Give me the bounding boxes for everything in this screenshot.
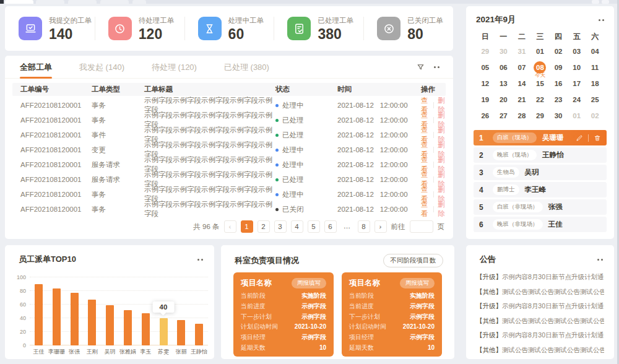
top-strip-button[interactable]: [602, 0, 609, 4]
bar[interactable]: [177, 320, 185, 345]
tab-2[interactable]: 待处理 (120): [152, 56, 197, 79]
shift-row[interactable]: 2晚班（现场）王静怡: [474, 147, 607, 163]
calendar-day[interactable]: 02: [549, 43, 568, 59]
page-button-1[interactable]: 1: [241, 220, 253, 233]
calendar-day[interactable]: 16: [549, 76, 568, 92]
trash-icon[interactable]: [594, 134, 601, 142]
next-page-button[interactable]: ›: [374, 220, 387, 233]
calendar-day[interactable]: 04: [586, 43, 604, 59]
announcement-text: 示例内容8月30日新节点升级计划通知: [502, 331, 604, 339]
announcement-item[interactable]: 【其他】测试公告测试公告测试公告测试公告测试公告: [476, 343, 604, 358]
bar[interactable]: [35, 284, 43, 345]
top-tab[interactable]: [68, 0, 97, 4]
calendar-day[interactable]: 06: [495, 59, 513, 76]
calendar-day[interactable]: 30: [549, 108, 568, 124]
project-card[interactable]: 项目名称周报填写当前阶段实施阶段当前进度示例字段下一步计划示例字段计划启动时间2…: [233, 272, 334, 357]
bar[interactable]: [71, 293, 79, 345]
calendar-day[interactable]: 17: [568, 76, 586, 92]
shift-row[interactable]: 3生物岛吴玥: [474, 165, 607, 180]
calendar-day[interactable]: 09: [549, 59, 568, 76]
calendar-day[interactable]: 25: [586, 92, 604, 108]
bar[interactable]: [124, 310, 132, 345]
edit-icon[interactable]: [576, 134, 583, 142]
bar[interactable]: [106, 305, 114, 345]
calendar-day[interactable]: 27: [495, 108, 513, 124]
calendar-day[interactable]: 30: [495, 43, 513, 59]
page-button-2[interactable]: 2: [258, 220, 270, 233]
announcement-item[interactable]: 【升级】示例内容8月30日新节点升级计划通知: [476, 299, 604, 314]
calendar-day[interactable]: 20: [495, 92, 513, 108]
page-button-6[interactable]: 6: [324, 220, 337, 233]
bar[interactable]: [160, 318, 168, 345]
calendar-day[interactable]: 07: [513, 59, 531, 76]
announcement-item[interactable]: 【其他】测试公告测试公告测试公告测试公告测试公告: [476, 285, 604, 300]
calendar-day[interactable]: 23: [549, 92, 568, 108]
calendar-day[interactable]: 26: [476, 108, 495, 124]
prev-page-button[interactable]: ‹: [224, 220, 236, 233]
top-tab[interactable]: [36, 0, 64, 4]
weekday-label: 四: [549, 30, 568, 43]
tab-3[interactable]: 已处理 (380): [224, 56, 269, 79]
project-field: 下一步计划示例字段: [241, 312, 326, 323]
calendar-day[interactable]: 28: [513, 108, 531, 124]
tab-0[interactable]: 全部工单: [20, 56, 52, 79]
more-icon[interactable]: [599, 19, 604, 21]
calendar-day[interactable]: 14: [513, 76, 531, 92]
top-tab-active[interactable]: [5, 0, 33, 4]
announcement-item[interactable]: 【升级】示例内容8月30日新节点升级计划通知: [476, 328, 604, 343]
calendar-day[interactable]: 13: [495, 76, 513, 92]
stage-count-button[interactable]: 不同阶段项目数: [383, 254, 444, 267]
project-card[interactable]: 项目名称周报填写当前阶段实施阶段当前进度示例字段下一步计划示例字段计划启动时间2…: [342, 272, 442, 357]
shift-row[interactable]: 1白班（现场）吴珊珊: [474, 130, 607, 145]
calendar-day[interactable]: 01: [568, 108, 586, 124]
page-button-4[interactable]: 4: [291, 220, 303, 233]
shift-row[interactable]: 6晚班（非现场）王佳: [474, 217, 607, 232]
announcement-item[interactable]: 【升级】示例内容8月30日新节点升级计划通知: [476, 270, 604, 285]
bar[interactable]: [53, 288, 61, 345]
order-time: 2021-08-1212:00:00: [337, 146, 421, 154]
calendar-day[interactable]: 24: [568, 92, 586, 108]
calendar-day[interactable]: 02: [586, 108, 604, 124]
page-button-3[interactable]: 3: [274, 220, 287, 233]
calendar-day[interactable]: 11: [586, 59, 604, 76]
more-icon[interactable]: [434, 66, 439, 68]
page-button-5[interactable]: 5: [308, 220, 320, 233]
calendar-day[interactable]: 12: [476, 76, 495, 92]
weekly-report-badge[interactable]: 周报填写: [400, 278, 435, 288]
more-icon[interactable]: [197, 259, 203, 261]
calendar-day[interactable]: 05: [476, 59, 495, 76]
calendar-day[interactable]: 29: [531, 108, 550, 124]
calendar-day[interactable]: 21: [513, 92, 531, 108]
goto-page-input[interactable]: [410, 220, 433, 233]
bar[interactable]: [142, 313, 150, 345]
calendar-day-today[interactable]: 08今天: [531, 59, 550, 76]
calendar-day[interactable]: 19: [476, 92, 495, 108]
delete-link[interactable]: 删除: [438, 200, 446, 219]
calendar-day[interactable]: 22: [531, 92, 550, 108]
calendar-day[interactable]: 29: [476, 43, 495, 59]
page-button-8[interactable]: 8: [358, 220, 370, 233]
filter-icon[interactable]: [417, 63, 425, 71]
top-tab[interactable]: [100, 0, 129, 4]
order-id: AFF202108120001: [20, 146, 92, 154]
top-strip-button[interactable]: [592, 0, 599, 4]
calendar-day[interactable]: 15: [531, 76, 550, 92]
calendar-day[interactable]: 10: [568, 59, 586, 76]
status-label: 已处理: [282, 131, 304, 140]
shift-row[interactable]: 4鹏博士李王峰: [474, 182, 607, 197]
stat-info: 处理中工单60: [228, 16, 264, 41]
bar[interactable]: [195, 324, 203, 345]
calendar-day[interactable]: 18: [586, 76, 604, 92]
tab-1[interactable]: 我发起 (140): [79, 56, 124, 79]
calendar-day[interactable]: 31: [513, 43, 531, 59]
weekly-report-badge[interactable]: 周报填写: [292, 278, 326, 288]
calendar-day[interactable]: 03: [568, 43, 586, 59]
top-tab[interactable]: [132, 0, 146, 4]
bar[interactable]: [88, 300, 96, 345]
shift-row[interactable]: 5白班（非现场）张强: [474, 199, 607, 215]
view-link[interactable]: 查看: [421, 200, 429, 219]
calendar-day[interactable]: 01: [531, 43, 550, 59]
announcement-item[interactable]: 【其他】测试公告测试公告测试公告测试公告测试公告: [476, 314, 604, 329]
more-icon[interactable]: [597, 259, 603, 261]
x-category-label: 王刚: [83, 348, 101, 356]
